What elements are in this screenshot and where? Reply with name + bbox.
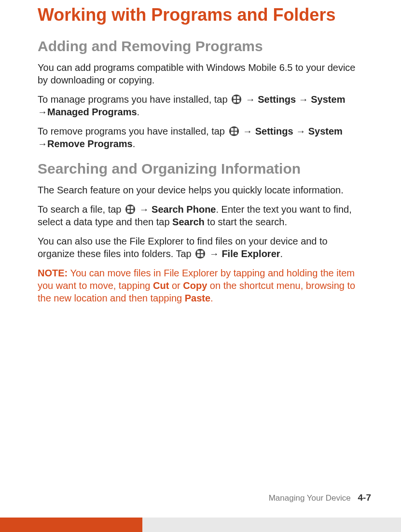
arrow-icon: → <box>246 94 255 105</box>
svg-rect-17 <box>201 251 204 254</box>
arrow-icon: → <box>38 107 47 117</box>
arrow-icon: → <box>38 138 47 149</box>
svg-point-0 <box>232 95 241 104</box>
text: You can also use the File Explorer to fi… <box>38 236 328 259</box>
copy-label: Copy <box>183 280 207 291</box>
text: . <box>210 293 213 303</box>
file-explorer-label: File Explorer <box>219 248 280 259</box>
settings-label: Settings <box>255 94 299 105</box>
footer-page-number: 4-7 <box>358 492 371 503</box>
remove-programs-label: Remove Programs <box>47 138 133 149</box>
arrow-icon: → <box>209 248 219 259</box>
sec2-para2: To search a file, tap → Search Phone. En… <box>38 203 365 228</box>
svg-rect-7 <box>234 128 237 131</box>
section2-heading: Searching and Organizing Information <box>38 161 365 177</box>
text: To remove programs you have installed, t… <box>38 126 228 136</box>
sec2-para3: You can also use the File Explorer to fi… <box>38 235 365 260</box>
footer-grey-bar <box>142 518 401 532</box>
search-phone-label: Search Phone <box>149 204 216 215</box>
search-label: Search <box>172 217 205 227</box>
svg-rect-12 <box>131 206 134 209</box>
svg-point-5 <box>229 126 238 136</box>
svg-rect-3 <box>234 100 236 103</box>
svg-point-10 <box>125 205 135 214</box>
text: To manage programs you have installed, t… <box>38 94 230 105</box>
note-label: NOTE: <box>38 268 68 278</box>
svg-rect-19 <box>201 254 204 257</box>
arrow-icon: → <box>299 94 308 105</box>
svg-rect-4 <box>237 100 240 103</box>
svg-rect-2 <box>237 96 240 99</box>
footer-accent-bar <box>0 518 142 532</box>
cut-label: Cut <box>153 280 169 291</box>
svg-point-15 <box>195 249 205 259</box>
svg-rect-9 <box>234 132 237 135</box>
svg-rect-14 <box>131 210 134 213</box>
windows-start-icon <box>195 248 206 259</box>
arrow-icon: → <box>139 204 149 215</box>
text: to start the search. <box>205 217 287 227</box>
svg-rect-18 <box>197 254 200 257</box>
windows-start-icon <box>229 126 239 136</box>
sec2-para1: The Search feature on your device helps … <box>38 184 365 196</box>
svg-rect-16 <box>197 251 200 254</box>
arrow-icon: → <box>243 126 252 136</box>
sec1-para2: To manage programs you have installed, t… <box>38 93 365 118</box>
arrow-icon: → <box>296 126 305 136</box>
text: or <box>169 280 183 291</box>
settings-label: Settings <box>252 126 296 136</box>
windows-start-icon <box>231 94 242 105</box>
windows-start-icon <box>125 204 136 215</box>
page-footer: Managing Your Device 4-7 <box>269 492 371 503</box>
svg-rect-6 <box>231 128 234 131</box>
svg-rect-11 <box>127 206 130 209</box>
footer-section-label: Managing Your Device <box>269 493 351 503</box>
section1-heading: Adding and Removing Programs <box>38 38 365 55</box>
system-label: System <box>305 126 343 136</box>
system-label: System <box>308 94 346 105</box>
page-title: Working with Programs and Folders <box>38 4 365 26</box>
svg-rect-13 <box>127 210 130 213</box>
note-paragraph: NOTE: You can move files in File Explore… <box>38 267 365 304</box>
svg-rect-8 <box>231 132 234 135</box>
sec1-para3: To remove programs you have installed, t… <box>38 125 365 150</box>
sec1-para1: You can add programs compatible with Win… <box>38 61 365 86</box>
svg-rect-1 <box>234 96 236 99</box>
managed-programs-label: Managed Programs <box>47 107 137 117</box>
paste-label: Paste <box>185 293 210 303</box>
text: To search a file, tap <box>38 204 124 215</box>
